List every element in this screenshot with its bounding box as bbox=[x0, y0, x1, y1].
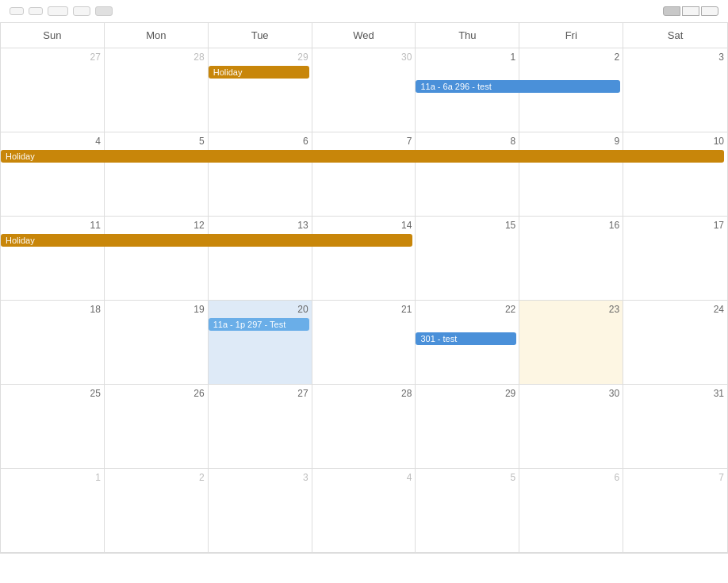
day-number: 18 bbox=[4, 302, 101, 316]
day-number: 3 bbox=[626, 50, 724, 64]
day-cell[interactable]: 30 bbox=[519, 385, 623, 468]
day-number: 15 bbox=[419, 218, 515, 232]
day-number: 30 bbox=[523, 386, 619, 401]
day-number: 17 bbox=[626, 218, 724, 232]
day-cell[interactable]: 26 bbox=[105, 385, 209, 468]
day-cell[interactable]: 1 bbox=[1, 469, 105, 552]
nav-controls bbox=[10, 6, 113, 16]
day-cell[interactable]: 11 bbox=[1, 217, 105, 300]
day-number: 16 bbox=[523, 218, 619, 232]
day-headers: SunMonTueWedThuFriSat bbox=[1, 23, 727, 48]
day-number: 11 bbox=[4, 218, 101, 232]
day-header-fri: Fri bbox=[519, 23, 623, 48]
day-cell[interactable]: 29 bbox=[209, 48, 312, 132]
day-number: 4 bbox=[316, 470, 412, 485]
day-cell[interactable]: 3 bbox=[209, 469, 312, 552]
day-cell[interactable]: 2 bbox=[105, 469, 209, 552]
day-number: 2 bbox=[108, 470, 205, 485]
day-number: 19 bbox=[108, 302, 205, 316]
day-number: 5 bbox=[419, 470, 515, 485]
day-number: 28 bbox=[316, 386, 412, 401]
day-cell[interactable]: 27 bbox=[1, 48, 105, 132]
day-cell[interactable]: 16 bbox=[519, 217, 623, 300]
week-row-1: 45678910Holiday bbox=[1, 132, 727, 217]
day-cell[interactable]: 5 bbox=[105, 132, 209, 216]
day-view-button[interactable] bbox=[701, 6, 718, 16]
day-number: 20 bbox=[212, 302, 308, 316]
day-cell[interactable]: 4 bbox=[1, 132, 105, 216]
day-cell[interactable]: 6 bbox=[209, 132, 312, 216]
day-header-tue: Tue bbox=[209, 23, 312, 48]
event-bar[interactable]: Holiday bbox=[209, 66, 309, 79]
calendar-grid: 27282930123Holiday11a - 6a 296 - test456… bbox=[1, 48, 727, 553]
week-view-button[interactable] bbox=[682, 6, 699, 16]
day-cell[interactable]: 10 bbox=[623, 132, 727, 216]
day-number: 1 bbox=[4, 470, 101, 485]
week-row-4: 25262728293031 bbox=[1, 385, 727, 469]
week-row-3: 1819202122232411a - 1p 297 - Test301 - t… bbox=[1, 301, 727, 385]
prev-button[interactable] bbox=[10, 7, 24, 15]
day-cell[interactable]: 27 bbox=[209, 385, 312, 468]
day-number: 31 bbox=[626, 386, 724, 401]
day-cell[interactable]: 14 bbox=[312, 217, 416, 300]
day-number: 4 bbox=[4, 134, 101, 148]
day-cell[interactable]: 4 bbox=[312, 469, 416, 552]
day-cell[interactable]: 7 bbox=[312, 132, 416, 216]
day-number: 29 bbox=[419, 386, 515, 401]
day-number: 12 bbox=[108, 218, 205, 232]
day-number: 9 bbox=[523, 134, 619, 148]
day-cell[interactable]: 17 bbox=[623, 217, 727, 300]
week-row-2: 11121314151617Holiday bbox=[1, 217, 727, 301]
day-cell[interactable]: 24 bbox=[623, 301, 727, 384]
day-number: 27 bbox=[4, 50, 101, 64]
day-cell[interactable]: 12 bbox=[105, 217, 209, 300]
day-cell[interactable]: 5 bbox=[416, 469, 519, 552]
day-cell[interactable]: 15 bbox=[416, 217, 519, 300]
day-cell[interactable]: 28 bbox=[105, 48, 209, 132]
day-cell[interactable]: 20 bbox=[209, 301, 312, 384]
calendar-body: SunMonTueWedThuFriSat 27282930123Holiday… bbox=[0, 23, 728, 554]
month-view-button[interactable] bbox=[663, 6, 680, 16]
day-header-sun: Sun bbox=[1, 23, 105, 48]
app-container: SunMonTueWedThuFriSat 27282930123Holiday… bbox=[0, 0, 728, 554]
day-number: 3 bbox=[212, 470, 308, 485]
day-cell[interactable]: 18 bbox=[1, 301, 105, 384]
day-number: 28 bbox=[108, 50, 205, 64]
day-number: 7 bbox=[316, 134, 412, 148]
day-number: 1 bbox=[419, 50, 515, 64]
day-cell[interactable]: 30 bbox=[312, 48, 416, 132]
event-bar[interactable]: 11a - 6a 296 - test bbox=[416, 80, 620, 93]
day-cell[interactable]: 31 bbox=[623, 385, 727, 468]
all-issues-button[interactable] bbox=[73, 6, 90, 16]
today-button[interactable] bbox=[48, 6, 68, 16]
day-number: 7 bbox=[626, 470, 724, 485]
day-number: 25 bbox=[4, 386, 101, 401]
event-bar[interactable]: Holiday bbox=[1, 150, 724, 163]
calendar-header bbox=[0, 0, 728, 23]
day-cell[interactable]: 28 bbox=[312, 385, 416, 468]
day-cell[interactable]: 21 bbox=[312, 301, 416, 384]
day-cell[interactable]: 8 bbox=[416, 132, 519, 216]
event-bar[interactable]: 11a - 1p 297 - Test bbox=[209, 318, 309, 331]
event-bar[interactable]: 301 - test bbox=[416, 332, 516, 345]
event-bar[interactable]: Holiday bbox=[1, 234, 412, 247]
day-cell[interactable]: 23 bbox=[519, 301, 623, 384]
day-cell[interactable]: 13 bbox=[209, 217, 312, 300]
day-number: 6 bbox=[523, 470, 619, 485]
day-cell[interactable]: 7 bbox=[623, 469, 727, 552]
day-number: 5 bbox=[108, 134, 205, 148]
day-number: 24 bbox=[626, 302, 724, 316]
day-cell[interactable]: 9 bbox=[519, 132, 623, 216]
day-number: 26 bbox=[108, 386, 205, 401]
day-cell[interactable]: 25 bbox=[1, 385, 105, 468]
day-number: 22 bbox=[419, 302, 515, 316]
next-button[interactable] bbox=[29, 7, 43, 15]
day-cell[interactable]: 19 bbox=[105, 301, 209, 384]
day-number: 30 bbox=[316, 50, 412, 64]
day-number: 23 bbox=[523, 302, 619, 316]
day-cell[interactable]: 29 bbox=[416, 385, 519, 468]
my-issues-button[interactable] bbox=[95, 6, 113, 16]
day-cell[interactable]: 3 bbox=[623, 48, 727, 132]
day-number: 13 bbox=[212, 218, 308, 232]
day-cell[interactable]: 6 bbox=[519, 469, 623, 552]
